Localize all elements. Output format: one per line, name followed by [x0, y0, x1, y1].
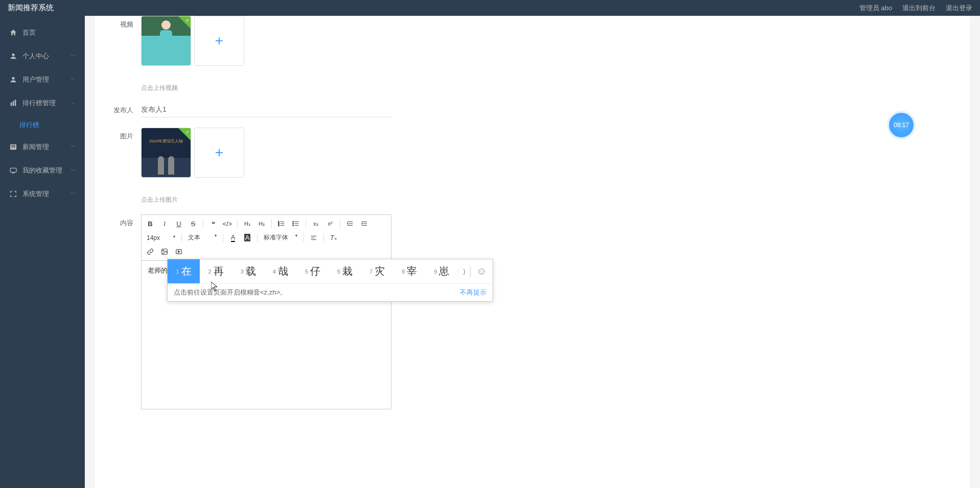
ime-candidate-1[interactable]: 1在 [168, 259, 200, 283]
svg-point-0 [12, 54, 14, 56]
check-icon [178, 128, 191, 140]
italic-button[interactable]: I [160, 219, 169, 228]
svg-rect-2 [11, 103, 12, 106]
font-family-select[interactable]: 标准字体 [263, 232, 298, 243]
admin-label[interactable]: 管理员 abo [859, 4, 892, 13]
check-icon [178, 16, 191, 29]
bg-color-button[interactable]: A [243, 233, 252, 242]
clear-format-button[interactable]: Tₓ [329, 233, 338, 242]
ime-emoji-button[interactable]: ☺ [470, 265, 493, 277]
svg-text:3: 3 [278, 225, 279, 227]
h1-button[interactable]: H₁ [243, 219, 252, 228]
svg-rect-10 [160, 30, 172, 44]
quote-button[interactable]: ❝ [208, 219, 218, 228]
chevron-down-icon: ﹀ [71, 76, 76, 83]
plus-icon: + [215, 144, 223, 161]
nav-personal[interactable]: 个人中心 ﹀ [0, 44, 85, 68]
editor-toolbar: B I U S ❝ </> H₁ H₂ 1 [142, 215, 391, 261]
user-icon [9, 52, 17, 60]
svg-rect-4 [15, 100, 16, 106]
image-button[interactable] [160, 247, 169, 256]
chevron-down-icon: ﹀ [71, 53, 76, 60]
nav-label: 首页 [22, 28, 36, 37]
news-icon [9, 143, 17, 151]
topbar-right: 管理员 abo 退出到前台 退出登录 [859, 4, 972, 13]
ime-candidate-7[interactable]: 7灾 [361, 259, 393, 283]
nav-user-mgmt[interactable]: 用户管理 ﹀ [0, 68, 85, 91]
underline-button[interactable]: U [174, 219, 183, 228]
ime-candidate-5[interactable]: 5仔 [296, 259, 329, 283]
ime-popup: 1在 2再 3载 4哉 5仔 6栽 7灾 8宰 9崽 ⟩ ☺ 点击前往设置页面开… [167, 259, 493, 302]
svg-point-14 [293, 222, 294, 223]
plus-icon: + [215, 33, 223, 49]
video-hint: 点击上传视频 [141, 84, 954, 92]
home-icon [9, 29, 17, 37]
nav-label: 新闻管理 [22, 142, 49, 152]
publisher-input[interactable] [141, 103, 391, 117]
svg-point-9 [161, 20, 171, 30]
h2-button[interactable]: H₂ [257, 219, 266, 228]
nav-ranking[interactable]: 排行榜 [0, 115, 85, 135]
font-size-select[interactable]: 14px [146, 233, 176, 242]
add-video-button[interactable]: + [194, 16, 244, 66]
chevron-down-icon: ﹀ [71, 143, 76, 151]
ime-candidate-2[interactable]: 2再 [200, 259, 232, 283]
video-insert-button[interactable] [174, 247, 183, 256]
nav-ranking-mgmt[interactable]: 排行榜管理 ︿ [0, 91, 85, 115]
ime-hint-text[interactable]: 点击前往设置页面开启模糊音<z,zh>。 [174, 288, 460, 297]
strike-button[interactable]: S [189, 219, 198, 228]
chevron-down-icon: ﹀ [71, 167, 76, 174]
indent-button[interactable] [360, 219, 369, 228]
nav-label: 用户管理 [22, 75, 49, 84]
svg-point-15 [293, 223, 294, 224]
svg-point-1 [12, 77, 14, 80]
main-area: 视频 + 点击上传视频 [85, 16, 980, 488]
nav-label: 排行榜 [19, 120, 39, 130]
logout-link[interactable]: 退出登录 [946, 4, 972, 13]
nav-label: 个人中心 [22, 52, 49, 61]
ime-candidate-8[interactable]: 8宰 [393, 259, 426, 283]
rich-text-editor: B I U S ❝ </> H₁ H₂ 1 [141, 214, 391, 409]
chevron-down-icon: ﹀ [71, 190, 76, 198]
video-thumbnail[interactable] [141, 16, 191, 66]
ime-more-button[interactable]: ⟩ [458, 267, 470, 276]
image-thumbnail[interactable]: 2020年度综艺人物 [141, 128, 191, 178]
text-style-select[interactable]: 文本 [187, 232, 218, 243]
align-button[interactable] [309, 233, 318, 242]
svg-point-16 [293, 225, 294, 226]
ordered-list-button[interactable]: 123 [277, 219, 286, 228]
chat-icon [9, 166, 17, 175]
image-hint: 点击上传图片 [141, 196, 954, 204]
ime-candidate-9[interactable]: 9崽 [426, 259, 458, 283]
nav-home[interactable]: 首页 [0, 21, 85, 44]
content-label: 内容 [110, 214, 141, 228]
nav-system-mgmt[interactable]: 系统管理 ﹀ [0, 182, 85, 206]
image-label: 图片 [110, 128, 141, 141]
subscript-button[interactable]: x₂ [311, 219, 320, 228]
nav-favorites-mgmt[interactable]: 我的收藏管理 ﹀ [0, 159, 85, 182]
svg-rect-8 [10, 168, 16, 172]
svg-point-18 [163, 250, 164, 251]
sidebar: 首页 个人中心 ﹀ 用户管理 ﹀ 排行榜管理 ︿ 排行榜 新闻管理 ﹀ 我的收藏… [0, 16, 85, 488]
svg-rect-3 [13, 101, 14, 106]
ime-candidates: 1在 2再 3载 4哉 5仔 6栽 7灾 8宰 9崽 ⟩ ☺ [168, 259, 493, 283]
ime-candidate-4[interactable]: 4哉 [264, 259, 296, 283]
ime-no-remind-button[interactable]: 不再提示 [460, 288, 486, 297]
ime-candidate-6[interactable]: 6栽 [329, 259, 361, 283]
add-image-button[interactable]: + [194, 128, 244, 178]
unordered-list-button[interactable] [291, 219, 300, 228]
superscript-button[interactable]: x² [325, 219, 335, 228]
svg-rect-6 [11, 145, 15, 146]
ime-candidate-3[interactable]: 3载 [232, 259, 264, 283]
nav-label: 系统管理 [22, 189, 49, 199]
fullscreen-icon [9, 190, 17, 198]
text-color-button[interactable]: A [228, 233, 238, 242]
bold-button[interactable]: B [146, 219, 155, 228]
nav-news-mgmt[interactable]: 新闻管理 ﹀ [0, 135, 85, 159]
clock-badge[interactable]: 08:17 [889, 113, 914, 137]
exit-front-link[interactable]: 退出到前台 [902, 4, 936, 13]
code-button[interactable]: </> [223, 219, 232, 228]
outdent-button[interactable] [345, 219, 355, 228]
link-button[interactable] [146, 247, 155, 256]
svg-rect-7 [11, 147, 15, 147]
